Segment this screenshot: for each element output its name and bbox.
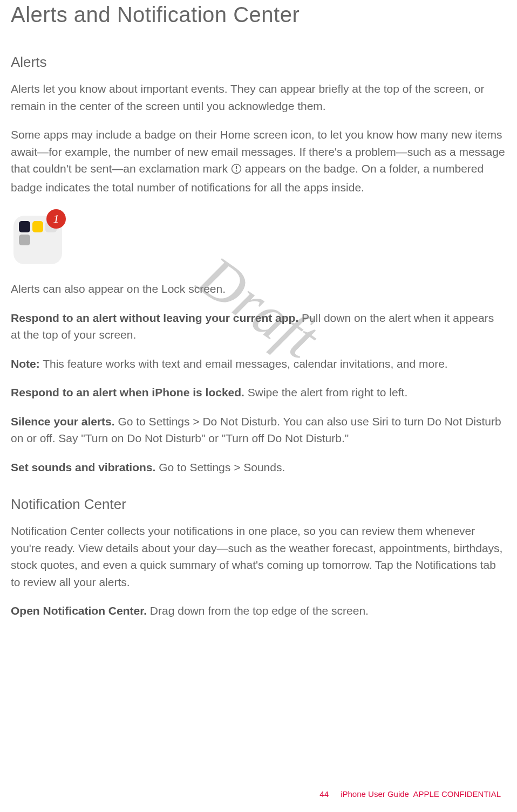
page-title: Alerts and Notification Center [11,3,506,27]
doc-title-footer: iPhone User Guide [341,789,409,799]
folder-app-icon [32,221,44,232]
folder-badge-image: 1 [11,208,70,267]
respond-locked-label: Respond to an alert when iPhone is locke… [11,386,244,398]
notification-center-p1: Notification Center collects your notifi… [11,522,506,590]
open-notification-center: Open Notification Center. Drag down from… [11,602,506,620]
note-text: This feature works with text and email m… [40,357,448,370]
exclamation-icon [231,162,242,179]
folder-app-icon [19,221,30,232]
respond-current-app: Respond to an alert without leaving your… [11,309,506,343]
silence-label: Silence your alerts. [11,415,115,428]
confidential-label: APPLE CONFIDENTIAL [413,789,501,799]
set-sounds: Set sounds and vibrations. Go to Setting… [11,459,506,476]
note-label: Note: [11,357,40,370]
respond-locked: Respond to an alert when iPhone is locke… [11,384,506,401]
svg-rect-1 [236,166,237,169]
notification-badge: 1 [46,209,66,229]
alerts-paragraph-2: Some apps may include a badge on their H… [11,126,506,196]
sounds-label: Set sounds and vibrations. [11,461,155,473]
sounds-text: Go to Settings > Sounds. [155,461,285,473]
note-paragraph: Note: This feature works with text and e… [11,355,506,373]
notification-center-heading: Notification Center [11,496,506,513]
svg-point-2 [236,170,237,171]
page-footer: 44 iPhone User Guide APPLE CONFIDENTIAL [319,789,501,799]
open-nc-text: Drag down from the top edge of the scree… [147,604,369,617]
open-nc-label: Open Notification Center. [11,604,147,617]
respond-app-label: Respond to an alert without leaving your… [11,312,298,324]
silence-alerts: Silence your alerts. Go to Settings > Do… [11,413,506,447]
page-number: 44 [319,789,329,799]
folder-app-icon [19,235,30,246]
respond-locked-text: Swipe the alert from right to left. [244,386,407,398]
alerts-paragraph-3: Alerts can also appear on the Lock scree… [11,280,506,298]
alerts-paragraph-1: Alerts let you know about important even… [11,80,506,114]
alerts-heading: Alerts [11,54,506,71]
